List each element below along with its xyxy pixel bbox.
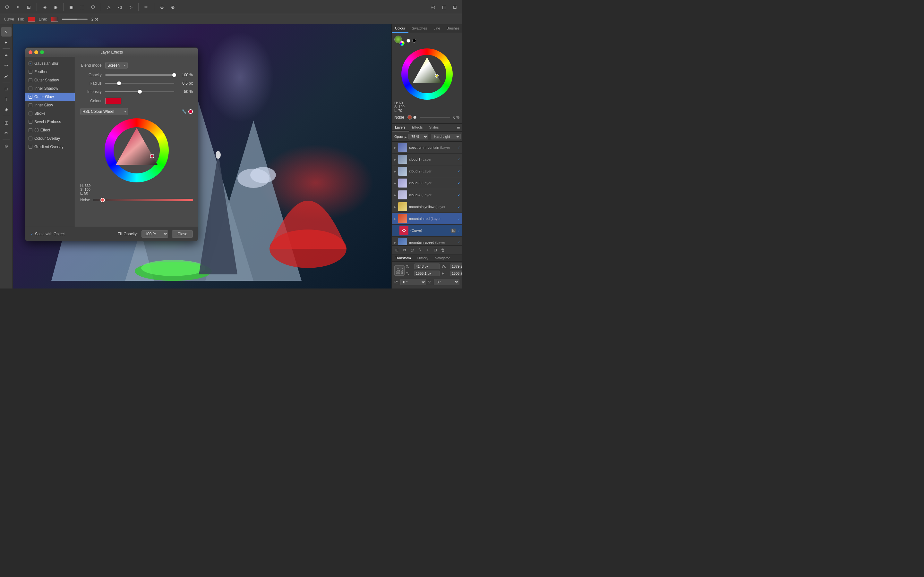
- effect-outer-shadow[interactable]: Outer Shadow: [25, 76, 75, 84]
- effect-colour-overlay-checkbox[interactable]: [29, 137, 32, 140]
- zoom-tool[interactable]: ⊕: [1, 141, 11, 151]
- tab-layers[interactable]: Layers: [392, 124, 409, 131]
- minimize-window-dot[interactable]: [34, 50, 38, 54]
- fill-swatch[interactable]: [28, 17, 35, 22]
- effect-gaussian-blur-checkbox[interactable]: ✓: [29, 61, 32, 65]
- opacity-select[interactable]: 75 % 100 % 50 %: [409, 134, 428, 139]
- opacity-select-wrapper[interactable]: 75 % 100 % 50 %: [409, 134, 428, 139]
- scale-with-object-checkbox[interactable]: ✓ Scale with Object: [31, 232, 65, 236]
- layer-expand-arrow-cloud2[interactable]: ▶: [394, 169, 396, 173]
- layer-stack-icon[interactable]: ⊞: [394, 247, 400, 253]
- effect-gaussian-blur[interactable]: ✓ Gaussian Blur: [25, 59, 75, 68]
- effect-bevel-emboss-checkbox[interactable]: [29, 120, 32, 124]
- more-icon[interactable]: ⊡: [451, 3, 459, 11]
- persona-2[interactable]: ◉: [51, 3, 60, 11]
- effect-feather-checkbox[interactable]: [29, 70, 32, 74]
- layer-expand-arrow-cloud4[interactable]: ▶: [394, 193, 396, 197]
- scissors-tool[interactable]: ✂: [1, 128, 11, 137]
- transform-x-input[interactable]: [414, 263, 440, 269]
- pen-icon[interactable]: ✏: [142, 3, 151, 11]
- fill-opacity-select[interactable]: 100 % 75 % 50 %: [142, 230, 168, 238]
- select-tool[interactable]: ↖: [1, 27, 11, 37]
- lasso-icon[interactable]: ⬚: [78, 3, 87, 11]
- effect-inner-glow-checkbox[interactable]: [29, 103, 32, 107]
- tab-effects[interactable]: Effects: [409, 124, 426, 131]
- gradient-tool[interactable]: ◫: [1, 118, 11, 127]
- layers-menu-icon[interactable]: ☰: [455, 124, 462, 131]
- blend-mode-select[interactable]: Screen Normal Multiply Overlay: [105, 62, 128, 69]
- effect-bevel-emboss[interactable]: Bevel / Emboss: [25, 118, 75, 126]
- right-panel-color-wheel[interactable]: [401, 48, 453, 100]
- effect-inner-shadow[interactable]: Inner Shadow: [25, 84, 75, 93]
- layer-mountain-speed[interactable]: ▶ mountain speed (Layer ✓: [392, 237, 462, 245]
- layer-mountain-yellow[interactable]: ▶ mountain yellow (Layer ✓: [392, 201, 462, 213]
- persona-1[interactable]: ◈: [40, 3, 49, 11]
- close-button[interactable]: Close: [172, 230, 193, 238]
- transform-w-input[interactable]: [450, 263, 462, 269]
- transform-y-input[interactable]: [414, 271, 440, 276]
- fill-opacity-select-wrapper[interactable]: 100 % 75 % 50 % ▼: [142, 230, 168, 238]
- tab-colour[interactable]: Colour: [392, 24, 409, 33]
- move-icon[interactable]: ⬡: [89, 3, 97, 11]
- layer-expand-arrow-cloud3[interactable]: ▶: [394, 181, 396, 185]
- layer-add-icon[interactable]: +: [425, 247, 431, 253]
- close-window-dot[interactable]: [29, 50, 32, 54]
- effect-3d-checkbox[interactable]: [29, 128, 32, 132]
- black-swatch[interactable]: [412, 39, 416, 43]
- shape-tool[interactable]: □: [1, 84, 11, 93]
- marquee-icon[interactable]: ▣: [67, 3, 76, 11]
- search-right-icon[interactable]: ◎: [429, 3, 438, 11]
- color-mode-select[interactable]: HSL Colour Wheel RGB Sliders: [80, 108, 128, 115]
- tab-swatches[interactable]: Swatches: [409, 24, 430, 33]
- blend-mode-select-layers[interactable]: Hard Light Normal Screen Multiply: [431, 134, 461, 139]
- effect-feather[interactable]: Feather: [25, 68, 75, 76]
- eyedropper-icon[interactable]: 🔧: [182, 109, 186, 114]
- transform-s-select-wrapper[interactable]: 0 ° ▼: [434, 279, 459, 285]
- layer-cloud-1[interactable]: ▶ cloud 1 (Layer ✓: [392, 153, 462, 165]
- radius-slider[interactable]: [105, 83, 174, 84]
- white-swatch[interactable]: [407, 39, 410, 43]
- transform-r-select-wrapper[interactable]: 0 ° ▼: [401, 279, 426, 285]
- fill-tool[interactable]: ◈: [1, 105, 11, 114]
- layer-expand-arrow-cloud1[interactable]: ▶: [394, 158, 396, 161]
- studio-icon[interactable]: ◫: [439, 3, 449, 11]
- opacity-slider[interactable]: [105, 74, 174, 76]
- effect-inner-shadow-checkbox[interactable]: [29, 87, 32, 90]
- tab-history[interactable]: History: [414, 255, 431, 261]
- layer-curve[interactable]: (Curve) fx ✓: [392, 225, 462, 237]
- color-wheel-svg[interactable]: [105, 118, 169, 182]
- transform-r-select[interactable]: 0 °: [401, 279, 426, 285]
- layer-duplicate-icon[interactable]: ⧉: [401, 247, 408, 253]
- transform-s-select[interactable]: 0 °: [434, 279, 459, 285]
- intensity-slider[interactable]: [105, 91, 174, 92]
- noise-slider[interactable]: [93, 199, 193, 201]
- effect-gradient-overlay-checkbox[interactable]: [29, 145, 32, 149]
- layer-group-icon[interactable]: ⊡: [432, 247, 439, 253]
- layer-expand-arrow-mountain-red[interactable]: ▶: [394, 217, 396, 221]
- layer-cloud-2[interactable]: ▶ cloud 2 (Layer ✓: [392, 165, 462, 177]
- pen-tool[interactable]: ✒: [1, 50, 11, 60]
- blend-mode-select-wrapper[interactable]: Screen Normal Multiply Overlay ▼: [105, 62, 128, 69]
- effect-gradient-overlay[interactable]: Gradient Overlay: [25, 143, 75, 151]
- flip-icon[interactable]: ◁: [115, 3, 124, 11]
- layer-mountain-red[interactable]: ▶ mountain red (Layer ✓: [392, 213, 462, 225]
- layer-mask-icon[interactable]: ◎: [409, 247, 415, 253]
- transform-h-input[interactable]: [450, 271, 462, 276]
- effect-outer-shadow-checkbox[interactable]: [29, 78, 32, 82]
- tab-line[interactable]: Line: [430, 24, 443, 33]
- right-panel-noise-slider[interactable]: [420, 117, 450, 118]
- export-icon[interactable]: ▷: [126, 3, 135, 11]
- layer-expand-arrow-mountain-yellow[interactable]: ▶: [394, 205, 396, 209]
- layer-fx-action-icon[interactable]: fx: [417, 247, 423, 253]
- layer-delete-icon[interactable]: 🗑: [440, 247, 446, 253]
- layer-spectrum-mountain[interactable]: ▶ spectrum mountain (Layer ✓: [392, 142, 462, 153]
- line-swatch[interactable]: [51, 17, 58, 22]
- blend-mode-select-wrapper-layers[interactable]: Hard Light Normal Screen Multiply ▼: [431, 134, 461, 139]
- new-doc-icon[interactable]: ✦: [13, 3, 23, 11]
- tab-navigator[interactable]: Navigator: [431, 255, 453, 261]
- align-icon[interactable]: △: [104, 3, 113, 11]
- effect-stroke[interactable]: Stroke: [25, 109, 75, 118]
- colour-swatch[interactable]: [105, 98, 121, 104]
- maximize-window-dot[interactable]: [40, 50, 44, 54]
- snapping-icon[interactable]: ⊕: [158, 3, 166, 11]
